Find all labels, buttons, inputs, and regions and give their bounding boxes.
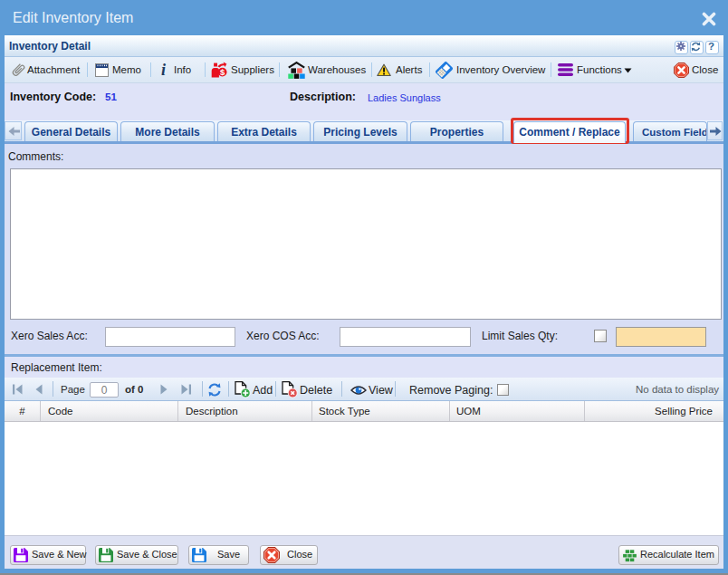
svg-text:$: $ xyxy=(220,67,225,77)
